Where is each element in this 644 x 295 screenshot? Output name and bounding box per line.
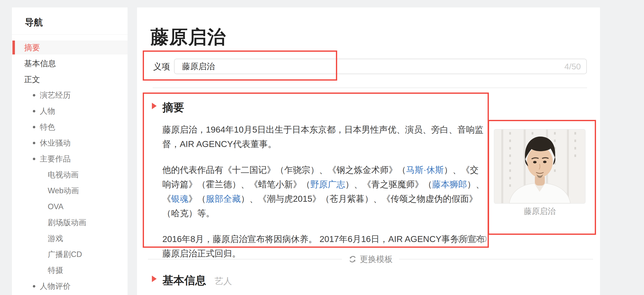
- summary-paragraph: 他的代表作品有《十二国记》（乍骁宗）、《钢之炼金术师》（马斯·休斯）、《交响诗篇…: [162, 163, 487, 220]
- lemma-row: 义项 4/50: [137, 59, 600, 74]
- sidebar-item[interactable]: 游戏: [12, 230, 128, 246]
- sidebar-item[interactable]: OVA: [12, 199, 128, 215]
- sidebar-item[interactable]: 广播剧CD: [12, 246, 128, 262]
- sidebar-item[interactable]: 休业骚动: [12, 135, 128, 151]
- collapse-triangle-icon[interactable]: [152, 102, 157, 110]
- sidebar-item[interactable]: 剧场版动画: [12, 215, 128, 230]
- sidebar-item[interactable]: 人物评价: [12, 278, 128, 294]
- summary-text: 藤原启治，1964年10月5日出生于日本东京都，日本男性声优、演员、旁白、音响监…: [162, 124, 483, 149]
- sidebar-item[interactable]: 演艺经历: [12, 87, 128, 103]
- sidebar-item[interactable]: 摘要: [12, 40, 128, 54]
- sidebar-item[interactable]: 人物: [12, 103, 128, 119]
- sidebar-item[interactable]: 特摄: [12, 262, 128, 278]
- page-title: 藤原启治: [150, 25, 226, 50]
- lemma-char-counter: 4/50: [564, 59, 581, 74]
- summary-link[interactable]: 藤本狮郎: [432, 179, 467, 189]
- sidebar-item[interactable]: 正文: [12, 72, 128, 87]
- sidebar-item[interactable]: 主要作品: [12, 151, 128, 167]
- summary-text: 》（: [188, 194, 206, 204]
- summary-link[interactable]: 野原广志: [310, 179, 345, 189]
- divider-line: [148, 259, 342, 260]
- photo-caption: 藤原启治: [494, 206, 586, 217]
- summary-paragraph: 藤原启治，1964年10月5日出生于日本东京都，日本男性声优、演员、旁白、音响监…: [162, 122, 487, 151]
- summary-link[interactable]: 银魂: [171, 194, 188, 204]
- template-divider: 更换模板: [148, 254, 593, 265]
- divider-line: [399, 259, 593, 260]
- summary-text: 他的代表作品有《十二国记》（乍骁宗）、《钢之炼金术师》（: [162, 165, 406, 174]
- lemma-input[interactable]: [174, 59, 587, 74]
- lemma-input-wrap: 4/50: [174, 59, 587, 74]
- sidebar-title: 导航: [12, 8, 128, 34]
- summary-link[interactable]: 马斯·休斯: [406, 165, 444, 174]
- summary-link[interactable]: 服部全藏: [206, 194, 241, 204]
- editor-main-panel: 藤原启治 义项 4/50 摘要 藤原启治，1964年10月5日出生于日本东京都，…: [137, 8, 600, 295]
- sidebar-item[interactable]: 电视动画: [12, 167, 128, 183]
- change-template-label: 更换模板: [360, 254, 392, 265]
- summary-text: ）、《青之驱魔师》（: [345, 179, 432, 189]
- summary-char-counter: 231/1500: [162, 234, 487, 244]
- sidebar-item[interactable]: 特色: [12, 119, 128, 135]
- change-template-button[interactable]: 更换模板: [342, 254, 399, 265]
- sidebar-item[interactable]: Web动画: [12, 183, 128, 199]
- section-divider: [153, 88, 587, 88]
- collapse-triangle-icon[interactable]: [152, 275, 157, 282]
- basic-info-heading: 基本信息: [162, 273, 206, 288]
- summary-heading: 摘要: [162, 100, 184, 115]
- basic-info-template-tag: 艺人: [214, 275, 232, 287]
- profile-photo[interactable]: [494, 129, 586, 204]
- lemma-label: 义项: [153, 59, 170, 74]
- sidebar-nav-list: 摘要基本信息正文演艺经历人物特色休业骚动主要作品电视动画Web动画OVA剧场版动…: [12, 40, 128, 294]
- refresh-icon: [348, 255, 357, 264]
- editor-page: 导航 摘要基本信息正文演艺经历人物特色休业骚动主要作品电视动画Web动画OVA剧…: [0, 0, 644, 295]
- navigation-sidebar: 导航 摘要基本信息正文演艺经历人物特色休业骚动主要作品电视动画Web动画OVA剧…: [12, 8, 128, 295]
- sidebar-item[interactable]: 基本信息: [12, 56, 128, 72]
